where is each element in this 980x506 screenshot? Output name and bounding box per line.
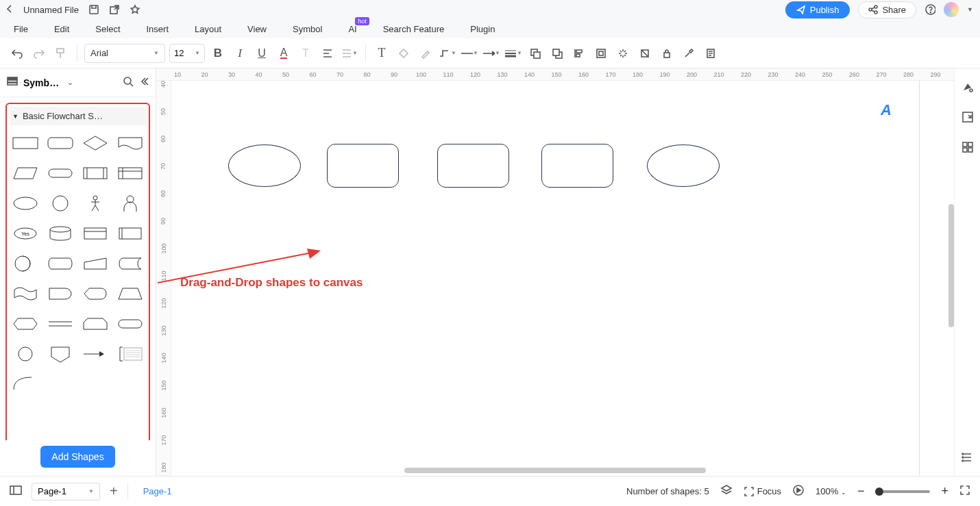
add-shapes-button[interactable]: Add Shapes (40, 446, 114, 468)
focus-button[interactable]: Focus (744, 486, 781, 497)
star-icon[interactable] (130, 4, 140, 15)
shape-database[interactable] (46, 221, 75, 246)
shape-ellipse[interactable] (11, 191, 40, 216)
outline-icon[interactable] (10, 485, 22, 497)
shape-predefined[interactable] (81, 161, 110, 186)
canvas-page[interactable]: Drag-and-Drop shapes to canvas A (171, 81, 920, 475)
list-icon[interactable] (961, 451, 974, 466)
shape-delay[interactable] (46, 281, 75, 306)
layers-icon[interactable] (720, 484, 733, 498)
shape-hexagon[interactable] (11, 312, 40, 336)
canvas-shape-roundrect-2[interactable] (437, 144, 509, 188)
search-icon[interactable] (123, 76, 134, 90)
expand-icon[interactable]: ⌄ (67, 78, 73, 87)
shape-offpage[interactable] (46, 342, 75, 366)
line-spacing-button[interactable]: ▼ (341, 45, 358, 62)
format-painter-button[interactable] (52, 45, 70, 62)
fill-button[interactable] (395, 45, 413, 62)
highlight-button[interactable] (417, 45, 434, 62)
avatar[interactable] (944, 2, 959, 17)
open-external-icon[interactable] (109, 4, 120, 15)
menu-select[interactable]: Select (95, 24, 120, 34)
menu-insert[interactable]: Insert (147, 24, 169, 34)
shape-annotation[interactable] (115, 342, 145, 366)
menu-plugin[interactable]: Plugin (470, 24, 495, 34)
export-panel-icon[interactable] (961, 111, 974, 126)
menu-symbol[interactable]: Symbol (293, 24, 322, 34)
shape-pill[interactable] (46, 161, 75, 186)
line-weight-button[interactable]: ▼ (504, 45, 522, 62)
share-button[interactable]: Share (858, 1, 916, 18)
arrow-style-button[interactable]: ▼ (482, 45, 500, 62)
shape-card[interactable] (81, 221, 110, 246)
shape-parallelogram[interactable] (11, 161, 40, 186)
effects-button[interactable] (614, 45, 632, 62)
line-style-button[interactable]: ▼ (461, 45, 478, 62)
shape-subroutine[interactable] (115, 221, 145, 246)
underline-button[interactable]: U (253, 45, 271, 62)
connector-button[interactable]: ▼ (439, 45, 456, 62)
canvas-shape-ellipse-2[interactable] (647, 144, 720, 187)
shape-page-connector[interactable] (11, 251, 40, 276)
presentation-icon[interactable] (792, 484, 805, 498)
menu-file[interactable]: File (14, 24, 28, 34)
add-page-button[interactable]: + (110, 483, 118, 499)
zoom-slider[interactable] (875, 490, 930, 493)
align-button[interactable] (319, 45, 336, 62)
zoom-in-button[interactable]: + (941, 484, 948, 498)
font-select[interactable]: Arial▼ (84, 44, 165, 63)
menu-layout[interactable]: Layout (195, 24, 221, 34)
crop-button[interactable] (636, 45, 654, 62)
shape-loop-limit[interactable] (81, 312, 110, 336)
shape-rect[interactable] (11, 131, 40, 155)
file-name[interactable]: Unnamed File (23, 5, 79, 15)
undo-button[interactable] (8, 45, 26, 62)
shape-tape[interactable] (11, 281, 40, 306)
category-header[interactable]: ▼ Basic Flowchart S… (10, 107, 146, 125)
horizontal-scrollbar[interactable] (404, 468, 706, 473)
tools-button[interactable] (680, 45, 698, 62)
shape-trapezoid[interactable] (115, 281, 145, 306)
canvas[interactable]: Drag-and-Drop shapes to canvas A (171, 81, 954, 476)
canvas-shape-ellipse-1[interactable] (228, 144, 301, 187)
shape-arrow-connector[interactable] (81, 342, 110, 366)
text-effect-button[interactable]: T (297, 45, 315, 62)
zoom-level[interactable]: 100% ⌄ (816, 486, 846, 496)
save-icon[interactable] (88, 4, 99, 15)
group-button[interactable] (592, 45, 610, 62)
fullscreen-icon[interactable] (959, 485, 970, 498)
help-icon[interactable] (924, 4, 935, 15)
zoom-out-button[interactable]: − (857, 484, 865, 498)
canvas-shape-roundrect-1[interactable] (327, 144, 399, 188)
shape-actor[interactable] (81, 191, 110, 216)
shape-diamond[interactable] (81, 131, 110, 155)
menu-ai[interactable]: AIhot (348, 24, 356, 34)
redo-button[interactable] (30, 45, 48, 62)
shape-terminator[interactable] (115, 312, 145, 336)
bring-front-button[interactable] (548, 45, 566, 62)
collapse-icon[interactable] (139, 77, 149, 89)
avatar-menu-arrow[interactable]: ▼ (967, 6, 973, 13)
align-objects-button[interactable] (570, 45, 588, 62)
vertical-scrollbar[interactable] (948, 204, 954, 327)
page-tab[interactable]: Page-1 (138, 483, 177, 499)
lock-button[interactable] (658, 45, 676, 62)
library-icon[interactable] (7, 77, 18, 89)
shape-connector-circle[interactable] (11, 342, 40, 366)
menu-edit[interactable]: Edit (54, 24, 69, 34)
page-select[interactable]: Page-1▼ (32, 483, 100, 501)
text-tool-button[interactable]: T (373, 45, 391, 62)
publish-button[interactable]: Publish (785, 1, 850, 18)
send-back-button[interactable] (526, 45, 544, 62)
bold-button[interactable]: B (209, 45, 227, 62)
shape-direct-data[interactable] (46, 251, 75, 276)
italic-button[interactable]: I (231, 45, 249, 62)
shape-display[interactable] (81, 281, 110, 306)
shape-double-line[interactable] (46, 312, 75, 336)
font-color-button[interactable]: A (275, 45, 293, 62)
page-setup-button[interactable] (702, 45, 720, 62)
shape-document[interactable] (115, 131, 145, 155)
theme-icon[interactable] (961, 81, 974, 96)
shape-arc[interactable] (11, 372, 40, 396)
shape-manual-input[interactable] (81, 251, 110, 276)
